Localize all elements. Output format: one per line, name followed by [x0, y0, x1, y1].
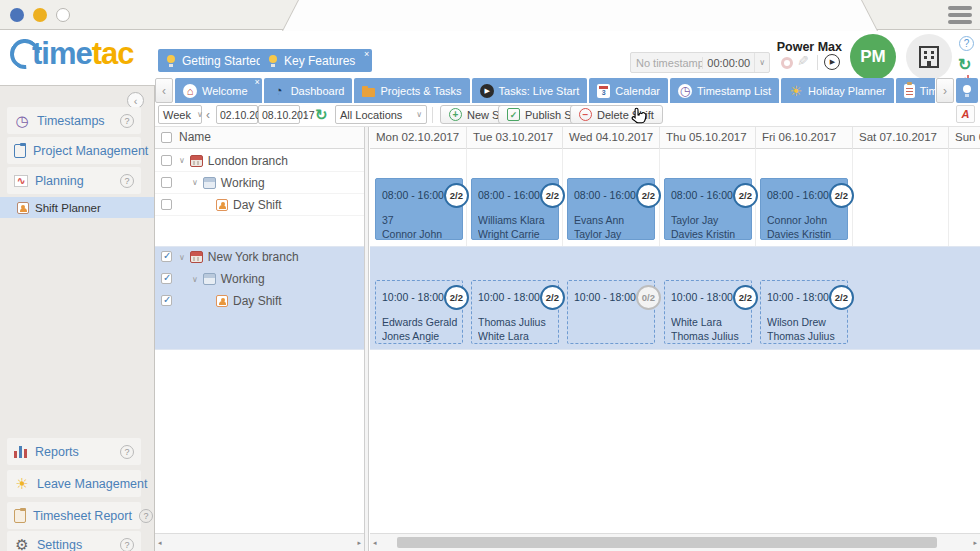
- help-icon[interactable]: [959, 36, 974, 51]
- pdf-export-icon[interactable]: [956, 105, 975, 123]
- period-select[interactable]: Week: [158, 105, 202, 124]
- sidebar-item-reports[interactable]: Reports: [7, 438, 141, 465]
- quick-tab-key-features[interactable]: Key Features: [260, 49, 372, 72]
- help-icon[interactable]: [120, 445, 134, 459]
- sidebar-item-timesheet-report[interactable]: Timesheet Report: [7, 502, 141, 529]
- date-from-field[interactable]: 02.10.2017: [216, 105, 258, 124]
- play-icon[interactable]: [824, 54, 840, 70]
- sidebar-item-leave-management[interactable]: Leave Management: [7, 470, 141, 497]
- shift-person: Davies Kristin: [767, 227, 843, 241]
- tab-dashboard[interactable]: Dashboard: [264, 78, 353, 103]
- row-checkbox[interactable]: [161, 199, 172, 210]
- tabs-scroll-right-button[interactable]: [936, 78, 954, 103]
- stop-icon[interactable]: [781, 57, 793, 69]
- row-checkbox[interactable]: [161, 177, 172, 188]
- day-column-header[interactable]: Fri 06.10.2017: [755, 127, 852, 149]
- tree-row-new-york-working[interactable]: Working: [155, 268, 364, 290]
- collapse-arrow-icon[interactable]: [192, 275, 198, 284]
- sidebar-item-planning[interactable]: Planning: [7, 167, 141, 194]
- sidebar-item-project-management[interactable]: Project Management: [7, 137, 141, 164]
- location-select[interactable]: All Locations: [335, 105, 427, 124]
- grid-horizontal-scrollbar[interactable]: [370, 533, 980, 551]
- tree-node-label[interactable]: Day Shift: [233, 198, 282, 212]
- window-button-yellow[interactable]: [33, 8, 47, 22]
- shift-card[interactable]: 08:00 - 16:002/2 Taylor JayDavies Kristi…: [664, 178, 752, 240]
- scroll-right-icon[interactable]: [357, 539, 361, 547]
- tree-row-london-branch[interactable]: London branch: [155, 150, 364, 172]
- row-checkbox[interactable]: [161, 295, 172, 306]
- tree-node-label[interactable]: London branch: [208, 154, 288, 168]
- day-column-header[interactable]: Thu 05.10.2017: [659, 127, 756, 149]
- shift-card[interactable]: 08:00 - 16:002/2 37Connor John: [375, 178, 463, 240]
- help-icon[interactable]: [155, 477, 156, 491]
- help-icon[interactable]: [120, 538, 134, 551]
- scroll-left-icon[interactable]: [158, 539, 162, 547]
- shift-card-unpublished[interactable]: 10:00 - 18:002/2 Edwards GeraldJones Ang…: [375, 280, 463, 344]
- collapse-arrow-icon[interactable]: [179, 253, 185, 262]
- day-column-header[interactable]: Sun 08.10.2017: [948, 127, 980, 149]
- day-column-header[interactable]: Wed 04.10.2017: [562, 127, 659, 149]
- chevron-down-icon[interactable]: [754, 53, 769, 72]
- delete-shift-button[interactable]: Delete Shift: [570, 105, 663, 124]
- tree-node-label[interactable]: New York branch: [208, 250, 299, 264]
- tab-tasks-live-start[interactable]: Tasks: Live Start: [472, 78, 588, 103]
- prev-week-button[interactable]: [206, 105, 210, 124]
- shift-card-unpublished[interactable]: 10:00 - 18:002/2 White LaraThomas Julius: [664, 280, 752, 344]
- select-all-checkbox[interactable]: [161, 132, 172, 143]
- tree-row-london-working[interactable]: Working: [155, 172, 364, 194]
- refresh-icon[interactable]: [315, 105, 328, 124]
- window-button-white[interactable]: [56, 8, 70, 22]
- help-icon[interactable]: [120, 114, 134, 128]
- tab-calendar[interactable]: Calendar: [589, 78, 668, 103]
- sidebar-item-shift-planner-active[interactable]: Shift Planner: [0, 197, 154, 218]
- shift-card-unpublished[interactable]: 10:00 - 18:002/2 Thomas JuliusWhite Lara: [471, 280, 559, 344]
- tree-row-london-day-shift[interactable]: Day Shift: [155, 194, 364, 216]
- tree-node-label[interactable]: Working: [221, 272, 265, 286]
- help-icon[interactable]: [139, 509, 153, 523]
- timestamp-widget[interactable]: No timestamp run... 00:00:00: [630, 52, 770, 73]
- name-column-header[interactable]: Name: [179, 127, 211, 148]
- shift-card[interactable]: 08:00 - 16:002/2 Evans AnnTaylor Jay: [567, 178, 655, 240]
- day-column-header[interactable]: Tue 03.10.2017: [466, 127, 563, 149]
- window-button-blue[interactable]: [10, 8, 24, 22]
- sidebar-item-settings[interactable]: Settings: [7, 531, 141, 551]
- shift-card-unpublished[interactable]: 10:00 - 18:000/2: [567, 280, 655, 344]
- tree-node-label[interactable]: Working: [221, 176, 265, 190]
- row-checkbox[interactable]: [161, 273, 172, 284]
- collapse-arrow-icon[interactable]: [192, 178, 198, 187]
- collapse-arrow-icon[interactable]: [179, 156, 185, 165]
- edit-icon[interactable]: [797, 53, 809, 69]
- close-icon[interactable]: [254, 78, 259, 87]
- tab-holiday-planner[interactable]: Holiday Planner: [781, 78, 894, 103]
- help-icon[interactable]: [120, 174, 134, 188]
- close-icon[interactable]: [364, 49, 369, 59]
- day-column-header[interactable]: Mon 02.10.2017: [370, 127, 467, 149]
- sidebar-item-timestamps[interactable]: Timestamps: [7, 107, 141, 134]
- tab-timesheet-report[interactable]: Timesheet Report: [896, 78, 935, 103]
- scrollbar-thumb[interactable]: [397, 537, 937, 548]
- tree-node-label[interactable]: Day Shift: [233, 294, 282, 308]
- scroll-left-icon[interactable]: [373, 539, 377, 547]
- hamburger-menu-icon[interactable]: [948, 6, 972, 24]
- row-checkbox[interactable]: [161, 251, 172, 262]
- next-week-button[interactable]: [304, 105, 308, 124]
- tab-timestamp-list[interactable]: Timestamp List: [670, 78, 779, 103]
- avatar[interactable]: PM: [850, 34, 896, 80]
- tab-projects-tasks[interactable]: Projects & Tasks: [354, 78, 469, 103]
- tree-row-new-york-day-shift[interactable]: Day Shift: [155, 290, 364, 312]
- date-to-field[interactable]: 08.10.2017: [258, 105, 300, 124]
- day-column-header[interactable]: Sat 07.10.2017: [852, 127, 949, 149]
- scroll-right-icon[interactable]: [973, 539, 977, 547]
- panel-splitter[interactable]: [365, 127, 369, 551]
- shift-card[interactable]: 08:00 - 16:002/2 Connor JohnDavies Krist…: [760, 178, 848, 240]
- shift-card[interactable]: 08:00 - 16:002/2 Williams KlaraWright Ca…: [471, 178, 559, 240]
- refresh-icon[interactable]: [958, 55, 971, 74]
- tabs-scroll-left-button[interactable]: [155, 78, 173, 103]
- tips-lightbulb-button[interactable]: [956, 78, 978, 103]
- tab-welcome[interactable]: Welcome: [175, 78, 262, 103]
- company-button[interactable]: [906, 34, 952, 80]
- tree-row-new-york-branch[interactable]: New York branch: [155, 246, 364, 268]
- shift-card-unpublished[interactable]: 10:00 - 18:002/2 Wilson DrewThomas Juliu…: [760, 280, 848, 344]
- row-checkbox[interactable]: [161, 155, 172, 166]
- tree-horizontal-scrollbar[interactable]: [155, 533, 364, 551]
